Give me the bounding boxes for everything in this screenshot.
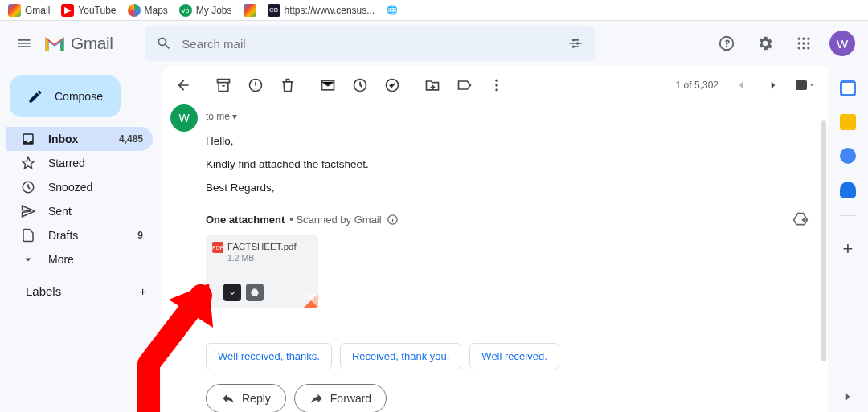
hamburger-icon — [16, 35, 32, 51]
smart-reply-row: Well received, thanks. Received, thank y… — [206, 343, 809, 369]
more-actions-button[interactable] — [487, 75, 506, 95]
move-button[interactable] — [423, 75, 442, 95]
report-icon — [248, 77, 264, 93]
bookmark-globe[interactable]: 🌐 — [386, 4, 399, 17]
mail-icon — [320, 77, 336, 93]
bookmark-youtube[interactable]: ▶YouTube — [61, 4, 116, 17]
calendar-app-icon[interactable] — [840, 80, 856, 96]
labels-button[interactable] — [455, 75, 474, 95]
attachment-header: One attachment • Scanned by Gmail — [206, 211, 809, 227]
search-icon — [156, 35, 172, 51]
pdf-icon: PDF — [212, 242, 223, 253]
svg-point-6 — [798, 42, 800, 44]
bookmark-m[interactable] — [244, 4, 256, 17]
attachment-size: 1.2 MB — [227, 253, 312, 263]
task-icon — [384, 77, 400, 93]
sidebar-item-more[interactable]: More — [6, 247, 153, 271]
gmail-logo[interactable]: Gmail — [43, 34, 113, 53]
recipient-line[interactable]: to me ▾ — [206, 111, 809, 122]
compose-button[interactable]: Compose — [10, 75, 121, 117]
clock-icon — [21, 180, 35, 194]
tasks-app-icon[interactable] — [840, 148, 856, 164]
sender-avatar[interactable]: W — [170, 104, 198, 132]
search-bar[interactable] — [145, 26, 595, 61]
sidebar-item-snoozed[interactable]: Snoozed — [6, 175, 153, 199]
sidebar-item-drafts[interactable]: Drafts 9 — [6, 223, 153, 247]
delete-button[interactable] — [278, 75, 297, 95]
help-icon — [718, 35, 735, 52]
arrow-left-icon — [175, 77, 191, 93]
globe-icon: 🌐 — [386, 4, 399, 17]
input-tools-button[interactable] — [796, 75, 815, 95]
save-all-drive-button[interactable] — [792, 211, 809, 227]
apps-button[interactable] — [788, 27, 820, 59]
sidebar-item-sent[interactable]: Sent — [6, 199, 153, 223]
add-task-button[interactable] — [383, 75, 402, 95]
sidebar-item-starred[interactable]: Starred — [6, 151, 153, 175]
smart-reply-1[interactable]: Well received, thanks. — [206, 343, 332, 369]
drive-add-icon — [792, 211, 809, 227]
back-button[interactable] — [174, 75, 193, 95]
forward-button[interactable]: Forward — [294, 384, 387, 412]
attachment-name: PDFFACTSHEET.pdf — [212, 242, 312, 253]
attachment-card[interactable]: PDFFACTSHEET.pdf 1.2 MB — [206, 235, 318, 308]
gmail-wordmark: Gmail — [71, 34, 113, 53]
bookmark-maps[interactable]: Maps — [128, 4, 168, 17]
inbox-icon — [21, 132, 35, 146]
bookmark-myjobs[interactable]: vpMy Jobs — [179, 4, 232, 17]
clock-icon — [352, 77, 368, 93]
reply-forward-row: Reply Forward — [206, 384, 809, 412]
archive-button[interactable] — [214, 75, 233, 95]
get-addons-button[interactable]: + — [843, 239, 854, 259]
expand-recipients-icon: ▾ — [232, 111, 237, 122]
svg-point-17 — [495, 80, 497, 82]
sidebar-item-inbox[interactable]: Inbox 4,485 — [6, 127, 153, 151]
keep-app-icon[interactable] — [840, 114, 856, 130]
spam-button[interactable] — [246, 75, 265, 95]
svg-point-5 — [807, 38, 809, 40]
scrollbar[interactable] — [821, 120, 826, 361]
gear-icon — [756, 35, 774, 52]
smart-reply-3[interactable]: Well received. — [469, 343, 559, 369]
apps-grid-icon — [796, 35, 812, 51]
drive-icon — [250, 288, 260, 297]
body-line: Best Regards, — [206, 182, 809, 194]
smart-reply-2[interactable]: Received, thank you. — [340, 343, 461, 369]
bookmark-bar: Gmail ▶YouTube Maps vpMy Jobs CBhttps://… — [0, 0, 868, 21]
settings-button[interactable] — [749, 27, 781, 59]
hide-panel-button[interactable] — [841, 390, 855, 404]
next-message-button[interactable] — [764, 75, 783, 95]
reply-button[interactable]: Reply — [206, 384, 286, 412]
main-menu-button[interactable] — [6, 26, 42, 61]
forward-icon — [309, 391, 324, 406]
support-button[interactable] — [710, 27, 743, 59]
svg-point-9 — [798, 47, 800, 49]
folder-move-icon — [424, 77, 440, 93]
add-label-button[interactable]: + — [139, 284, 146, 298]
prev-message-button[interactable] — [731, 75, 751, 95]
archive-icon — [215, 77, 231, 93]
snooze-button[interactable] — [350, 75, 370, 95]
bookmark-gmail[interactable]: Gmail — [8, 4, 50, 17]
sidebar: Compose Inbox 4,485 Starred Snoozed Sent… — [0, 66, 161, 412]
info-icon[interactable] — [387, 214, 399, 226]
download-attachment-button[interactable] — [223, 284, 241, 301]
gmail-m-icon — [43, 35, 66, 52]
side-panel: + — [828, 66, 868, 412]
download-icon — [227, 288, 237, 297]
body-line: Hello, — [206, 135, 809, 147]
svg-point-2 — [572, 46, 575, 48]
svg-point-4 — [802, 38, 805, 40]
account-avatar[interactable]: W — [829, 31, 855, 56]
contacts-app-icon[interactable] — [840, 182, 856, 198]
mark-unread-button[interactable] — [318, 75, 338, 95]
search-input[interactable] — [182, 37, 558, 51]
search-options-icon[interactable] — [567, 35, 583, 51]
svg-point-7 — [802, 42, 805, 44]
message-count: 1 of 5,302 — [676, 80, 719, 91]
send-icon — [21, 204, 35, 218]
bookmark-census[interactable]: CBhttps://www.census... — [268, 4, 375, 17]
svg-point-11 — [807, 47, 809, 49]
save-to-drive-button[interactable] — [246, 284, 264, 301]
message-pane: 1 of 5,302 W to me ▾ Hello, Kindly find … — [161, 66, 828, 412]
